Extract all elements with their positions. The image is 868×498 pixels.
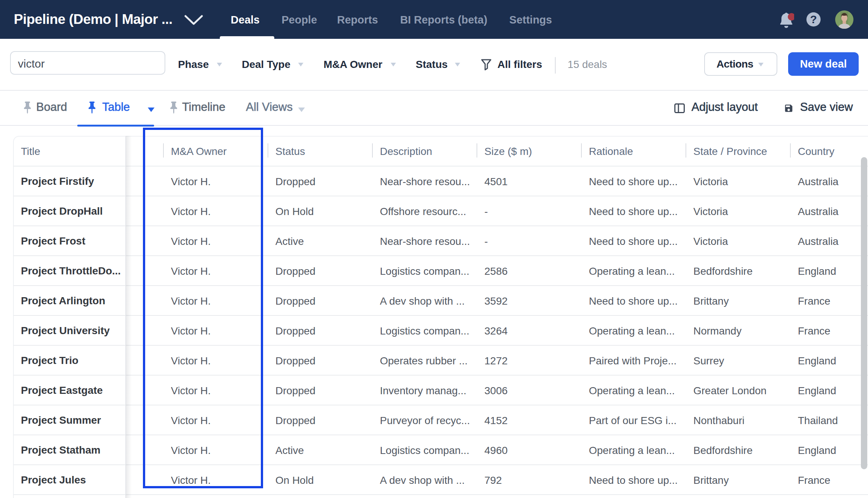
svg-text:?: ?	[810, 13, 817, 25]
